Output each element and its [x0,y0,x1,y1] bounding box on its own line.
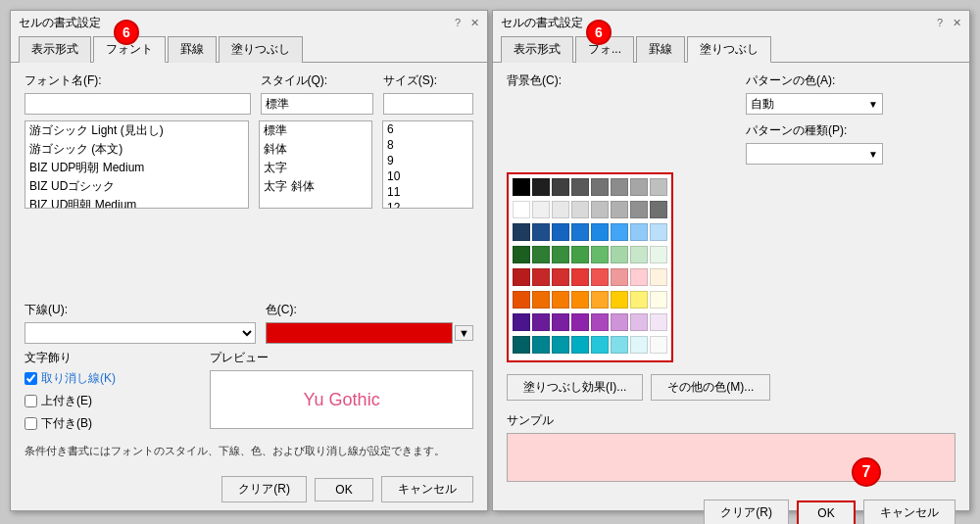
superscript-check[interactable] [24,395,37,407]
tab-font-2[interactable]: フォ... 6 [575,36,634,63]
size-item-2[interactable]: 9 [383,153,472,168]
color-cell[interactable] [650,246,667,263]
color-cell[interactable] [591,268,609,286]
color-cell[interactable] [611,201,628,218]
size-item-4[interactable]: 11 [383,184,472,200]
underline-select[interactable] [24,322,256,344]
size-item-3[interactable]: 10 [383,168,472,184]
tab-display-format[interactable]: 表示形式 [19,36,91,63]
color-cell[interactable] [591,246,609,263]
color-cell[interactable] [571,201,589,218]
ok-button-fill[interactable]: OK [797,500,856,525]
tab-font[interactable]: フォント 6 [93,36,166,63]
font-item-2[interactable]: BIZ UDP明朝 Medium [25,159,248,177]
color-cell[interactable] [630,178,648,196]
color-cell[interactable] [571,313,589,331]
strikethrough-check[interactable] [24,372,37,385]
style-item-2[interactable]: 太字 [260,159,371,177]
color-cell[interactable] [571,336,589,354]
color-cell[interactable] [650,313,667,331]
color-cell[interactable] [552,201,569,218]
color-cell[interactable] [571,223,589,241]
color-cell[interactable] [552,223,569,241]
color-cell[interactable] [591,313,609,331]
color-cell[interactable] [650,178,667,196]
color-cell[interactable] [650,268,667,286]
color-cell[interactable] [630,313,648,331]
tab-display-format-2[interactable]: 表示形式 [501,36,573,63]
tab-fill[interactable]: 塗りつぶし [219,36,303,63]
color-cell[interactable] [630,201,648,218]
color-cell[interactable] [532,246,550,263]
size-input[interactable] [383,93,473,115]
color-grid[interactable] [507,172,673,362]
clear-button-fill[interactable]: クリア(R) [704,500,789,524]
color-cell[interactable] [611,178,628,196]
color-cell[interactable] [571,246,589,263]
size-item-1[interactable]: 8 [383,137,472,153]
color-cell[interactable] [591,178,609,196]
color-cell[interactable] [611,313,628,331]
color-cell[interactable] [513,246,530,263]
color-cell[interactable] [532,291,550,309]
font-item-1[interactable]: 游ゴシック (本文) [25,140,248,159]
color-cell[interactable] [571,178,589,196]
font-item-3[interactable]: BIZ UDゴシック [25,177,248,196]
clear-button-font[interactable]: クリア(R) [221,476,307,502]
color-cell[interactable] [552,268,569,286]
color-cell[interactable] [611,246,628,263]
color-cell[interactable] [630,246,648,263]
color-cell[interactable] [552,178,569,196]
tab-border-2[interactable]: 罫線 [636,36,685,63]
cancel-button-fill[interactable]: キャンセル [863,500,956,524]
color-cell[interactable] [630,291,648,309]
color-cell[interactable] [552,313,569,331]
color-cell[interactable] [513,268,530,286]
style-input[interactable] [261,93,373,115]
color-cell[interactable] [630,336,648,354]
color-cell[interactable] [650,223,667,241]
color-cell[interactable] [571,268,589,286]
color-cell[interactable] [513,223,530,241]
color-cell[interactable] [591,223,609,241]
color-cell[interactable] [552,246,569,263]
color-cell[interactable] [552,291,569,309]
tab-fill-active[interactable]: 塗りつぶし [687,36,771,63]
tab-border[interactable]: 罫線 [168,36,217,63]
color-cell[interactable] [532,336,550,354]
color-cell[interactable] [650,201,667,218]
fill-effect-button[interactable]: 塗りつぶし効果(I)... [507,374,643,401]
color-cell[interactable] [513,201,530,218]
color-cell[interactable] [513,291,530,309]
style-item-3[interactable]: 太字 斜体 [260,177,371,196]
font-name-input[interactable] [24,93,251,115]
subscript-check[interactable] [24,417,37,430]
color-cell[interactable] [571,291,589,309]
color-cell[interactable] [650,336,667,354]
color-cell[interactable] [630,268,648,286]
cancel-button-font[interactable]: キャンセル [381,476,473,502]
color-cell[interactable] [591,336,609,354]
color-cell[interactable] [650,291,667,309]
color-cell[interactable] [591,291,609,309]
color-cell[interactable] [513,313,530,331]
color-cell[interactable] [552,336,569,354]
style-item-1[interactable]: 斜体 [260,140,371,159]
color-cell[interactable] [630,223,648,241]
color-cell[interactable] [532,201,550,218]
font-listbox[interactable]: 游ゴシック Light (見出し) 游ゴシック (本文) BIZ UDP明朝 M… [24,120,249,209]
font-item-0[interactable]: 游ゴシック Light (見出し) [25,121,248,140]
style-listbox[interactable]: 標準 斜体 太字 太字 斜体 [259,120,372,209]
color-cell[interactable] [513,336,530,354]
style-item-0[interactable]: 標準 [260,121,371,140]
color-cell[interactable] [532,313,550,331]
color-cell[interactable] [591,201,609,218]
color-picker-red[interactable] [266,322,453,344]
color-cell[interactable] [611,268,628,286]
other-colors-button[interactable]: その他の色(M)... [651,374,770,401]
font-item-4[interactable]: BIZ UD明朝 Medium [25,196,248,209]
color-cell[interactable] [532,223,550,241]
pattern-color-select[interactable]: 自動 ▼ [746,93,883,115]
ok-button-font[interactable]: OK [315,478,373,501]
size-item-5[interactable]: 12 [383,200,472,209]
